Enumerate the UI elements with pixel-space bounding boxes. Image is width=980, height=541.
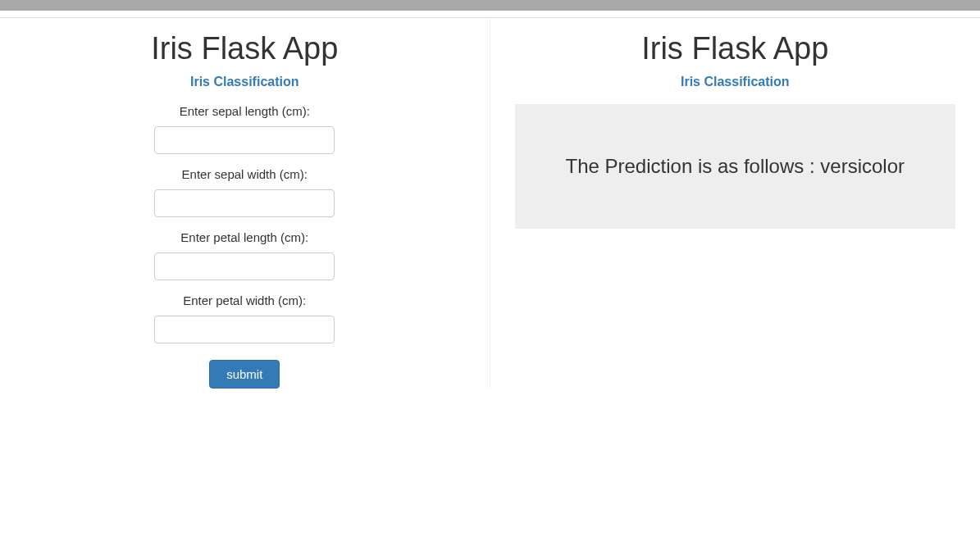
sepal-width-label: Enter sepal width (cm): [154,167,335,181]
sepal-width-input[interactable] [154,189,335,217]
result-panel: Iris Flask App Iris Classification The P… [490,18,981,389]
top-grey-bar [0,0,980,11]
submit-button[interactable]: submit [209,360,280,389]
prediction-result-box: The Prediction is as follows : versicolo… [515,104,956,229]
subtitle-left: Iris Classification [0,75,490,89]
prediction-text: The Prediction is as follows : versicolo… [531,155,940,178]
sepal-length-input[interactable] [154,126,335,154]
app-title-left: Iris Flask App [0,31,490,66]
app-title-right: Iris Flask App [490,31,981,66]
input-panel: Iris Flask App Iris Classification Enter… [0,18,490,389]
subtitle-right: Iris Classification [490,75,981,89]
form-section: Enter sepal length (cm): Enter sepal wid… [154,104,335,389]
petal-length-label: Enter petal length (cm): [154,230,335,244]
petal-length-input[interactable] [154,252,335,280]
main-container: Iris Flask App Iris Classification Enter… [0,18,980,389]
petal-width-input[interactable] [154,316,335,343]
sepal-length-label: Enter sepal length (cm): [154,104,335,118]
petal-width-label: Enter petal width (cm): [154,293,335,307]
